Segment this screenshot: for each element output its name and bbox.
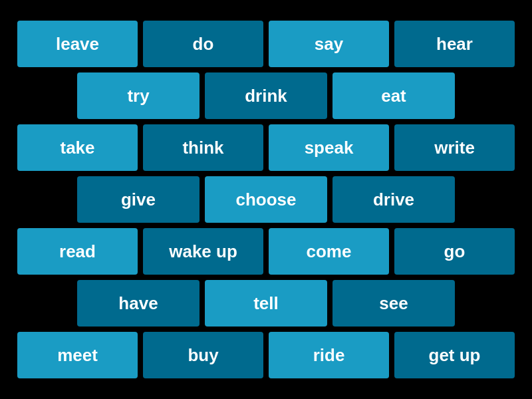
tile-give[interactable]: give <box>77 176 200 223</box>
tile-ride[interactable]: ride <box>269 332 389 378</box>
row-2: takethinkspeakwrite <box>17 124 515 171</box>
row-5: havetellsee <box>17 280 515 327</box>
row-3: givechoosedrive <box>17 176 515 223</box>
tile-read[interactable]: read <box>17 228 138 275</box>
tile-drive[interactable]: drive <box>332 176 455 223</box>
tile-say[interactable]: say <box>269 21 389 67</box>
tile-come[interactable]: come <box>269 228 389 275</box>
row-1: trydrinkeat <box>17 72 515 119</box>
tile-do[interactable]: do <box>143 21 263 67</box>
tile-leave[interactable]: leave <box>17 21 138 67</box>
tile-buy[interactable]: buy <box>143 332 263 378</box>
tile-think[interactable]: think <box>143 124 263 171</box>
tile-drink[interactable]: drink <box>205 72 327 119</box>
tile-hear[interactable]: hear <box>394 21 515 67</box>
tile-eat[interactable]: eat <box>332 72 455 119</box>
tile-choose[interactable]: choose <box>205 176 327 223</box>
tile-speak[interactable]: speak <box>269 124 389 171</box>
tile-have[interactable]: have <box>77 280 200 327</box>
tile-tell[interactable]: tell <box>205 280 327 327</box>
row-6: meetbuyrideget up <box>17 332 515 378</box>
tile-see[interactable]: see <box>332 280 455 327</box>
tile-get-up[interactable]: get up <box>394 332 515 378</box>
tile-try[interactable]: try <box>77 72 200 119</box>
tile-meet[interactable]: meet <box>17 332 138 378</box>
word-grid: leavedosayheartrydrinkeattakethinkspeakw… <box>7 10 525 389</box>
tile-wake-up[interactable]: wake up <box>143 228 263 275</box>
tile-write[interactable]: write <box>394 124 515 171</box>
tile-go[interactable]: go <box>394 228 515 275</box>
row-4: readwake upcomego <box>17 228 515 275</box>
row-0: leavedosayhear <box>17 21 515 67</box>
tile-take[interactable]: take <box>17 124 138 171</box>
